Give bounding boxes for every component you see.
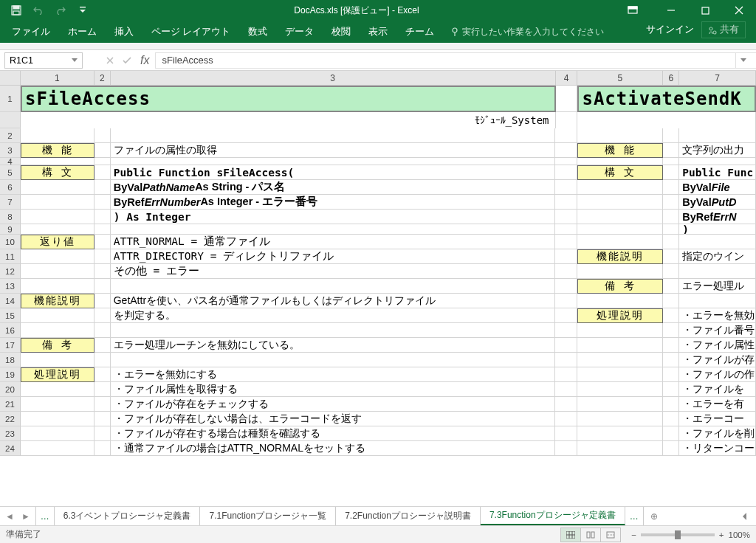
expand-formula-bar-button[interactable] — [735, 53, 750, 68]
row-header[interactable]: 4 — [0, 158, 21, 165]
sheet-overflow-right[interactable]: … — [625, 507, 644, 525]
row-header[interactable]: 17 — [0, 338, 21, 353]
cancel-formula-button[interactable] — [106, 57, 114, 64]
view-pagelayout-button[interactable] — [580, 528, 601, 542]
ribbon-tab-insert[interactable]: 挿入 — [106, 21, 142, 43]
svg-point-12 — [709, 27, 712, 30]
row-header[interactable]: 16 — [0, 323, 21, 338]
label-kinousetsu[interactable]: 機能説明 — [21, 294, 94, 308]
label-bikou[interactable]: 備考 — [577, 279, 663, 294]
row-header[interactable]: 1 — [0, 86, 21, 112]
share-button[interactable]: 共有 — [701, 21, 746, 38]
label-kinou[interactable]: 機能 — [577, 143, 663, 158]
zoom-out-button[interactable]: − — [631, 530, 636, 539]
ribbon-tab-view[interactable]: 表示 — [360, 21, 396, 43]
ribbon-tab-pagelayout[interactable]: ページ レイアウト — [142, 21, 239, 43]
zoom-slider[interactable] — [641, 533, 715, 536]
row-header[interactable]: 20 — [0, 382, 21, 397]
row-header[interactable]: 14 — [0, 294, 21, 308]
enter-formula-button[interactable] — [123, 57, 131, 64]
title-cell-left[interactable]: sFileAccess — [21, 86, 556, 112]
spreadsheet-grid[interactable]: 1 2 3 4 5 6 7 1 sFileAccess sActivateSen… — [0, 71, 756, 506]
horizontal-scrollbar[interactable] — [664, 513, 756, 520]
ribbon-tab-review[interactable]: 校閲 — [323, 21, 360, 43]
sheet-nav-next[interactable]: ► — [19, 510, 32, 523]
column-headers[interactable]: 1 2 3 4 5 6 7 — [0, 71, 756, 86]
label-kinousetsu[interactable]: 機能説明 — [577, 249, 663, 264]
sheet-nav-prev[interactable]: ◄ — [3, 510, 16, 523]
row-header[interactable]: 7 — [0, 195, 21, 210]
row-header[interactable]: 13 — [0, 279, 21, 294]
cell[interactable] — [556, 112, 578, 128]
view-normal-button[interactable] — [560, 528, 581, 542]
col-header[interactable]: 5 — [577, 71, 663, 86]
cell[interactable]: ByVal PathName As String - パス名 — [111, 180, 556, 195]
col-header[interactable]: 3 — [111, 71, 556, 86]
row-header[interactable]: 6 — [0, 180, 21, 195]
row-header[interactable]: 18 — [0, 353, 21, 367]
sheet-overflow-left[interactable]: … — [35, 507, 55, 525]
row-header[interactable]: 10 — [0, 235, 21, 249]
svg-point-13 — [713, 31, 716, 34]
sheet-tab[interactable]: 7.1Functionプロシージャ一覧 — [200, 507, 336, 525]
sheet-tab[interactable]: 6.3イベントプロシージャ定義書 — [55, 507, 201, 525]
formula-input[interactable]: sFileAccess — [155, 52, 756, 69]
add-sheet-button[interactable]: ⊕ — [644, 511, 664, 522]
zoom-level[interactable]: 100% — [729, 530, 750, 539]
svg-rect-1 — [13, 6, 19, 9]
select-all-corner[interactable] — [0, 71, 21, 86]
label-shorisetsu[interactable]: 処理説明 — [21, 367, 94, 382]
row-header[interactable]: 21 — [0, 397, 21, 412]
label-kouzou[interactable]: 構文 — [577, 165, 663, 180]
ribbon-tab-file[interactable]: ファイル — [3, 21, 59, 43]
row-header[interactable]: 2 — [0, 128, 21, 143]
col-header[interactable]: 1 — [21, 71, 94, 86]
undo-button[interactable] — [28, 1, 49, 19]
sheet-tab[interactable]: 7.2Functionプロシージャ説明書 — [336, 507, 481, 525]
row-header[interactable]: 19 — [0, 367, 21, 382]
tellme-search[interactable]: 実行したい作業を入力してください — [443, 21, 611, 43]
fx-button[interactable]: fx — [140, 54, 149, 67]
label-bikou[interactable]: 備考 — [21, 338, 94, 353]
row-header[interactable]: 12 — [0, 264, 21, 279]
label-kinou[interactable]: 機能 — [21, 143, 94, 158]
cell[interactable] — [556, 86, 578, 112]
col-header[interactable]: 4 — [556, 71, 578, 86]
svg-rect-11 — [455, 32, 456, 36]
name-box[interactable]: R1C1 — [4, 52, 83, 69]
label-kaeri[interactable]: 返り値 — [21, 235, 94, 249]
svg-point-10 — [453, 28, 457, 32]
save-button[interactable] — [6, 1, 27, 19]
sheet-tab-active[interactable]: 7.3Functionプロシージャ定義書 — [481, 507, 625, 525]
row-header[interactable]: 3 — [0, 143, 21, 158]
label-shorisetsu[interactable]: 処理説明 — [577, 308, 663, 323]
row-header[interactable]: 5 — [0, 165, 21, 180]
row-header[interactable]: 24 — [0, 441, 21, 456]
signin-link[interactable]: サインイン — [646, 24, 694, 36]
ribbon-tab-home[interactable]: ホーム — [59, 21, 106, 43]
qat-customize-button[interactable] — [72, 1, 93, 19]
col-header[interactable]: 6 — [663, 71, 679, 86]
cell[interactable] — [577, 112, 756, 128]
ribbon-tab-data[interactable]: データ — [276, 21, 323, 43]
redo-button[interactable] — [50, 1, 71, 19]
row-header[interactable]: 8 — [0, 210, 21, 224]
row-header[interactable]: 23 — [0, 426, 21, 441]
row-header[interactable]: 9 — [0, 224, 21, 235]
row-header[interactable]: 22 — [0, 412, 21, 426]
title-cell-right[interactable]: sActivateSendK — [577, 86, 756, 112]
svg-rect-5 — [628, 7, 637, 9]
ribbon-tab-team[interactable]: チーム — [396, 21, 443, 43]
row-header[interactable] — [0, 112, 21, 128]
row-header[interactable]: 15 — [0, 308, 21, 323]
view-pagebreak-button[interactable] — [600, 528, 621, 542]
col-header[interactable]: 7 — [679, 71, 756, 86]
svg-rect-20 — [587, 532, 590, 538]
zoom-in-button[interactable]: + — [719, 530, 724, 539]
ribbon-tabs: ファイル ホーム 挿入 ページ レイアウト 数式 データ 校閲 表示 チーム 実… — [0, 21, 756, 43]
ribbon-tab-formulas[interactable]: 数式 — [239, 21, 276, 43]
label-kouzou[interactable]: 構文 — [21, 165, 94, 180]
row-header[interactable]: 11 — [0, 249, 21, 264]
module-label[interactable]: ﾓｼﾞｭｰﾙ_System — [21, 112, 556, 128]
col-header[interactable]: 2 — [94, 71, 111, 86]
